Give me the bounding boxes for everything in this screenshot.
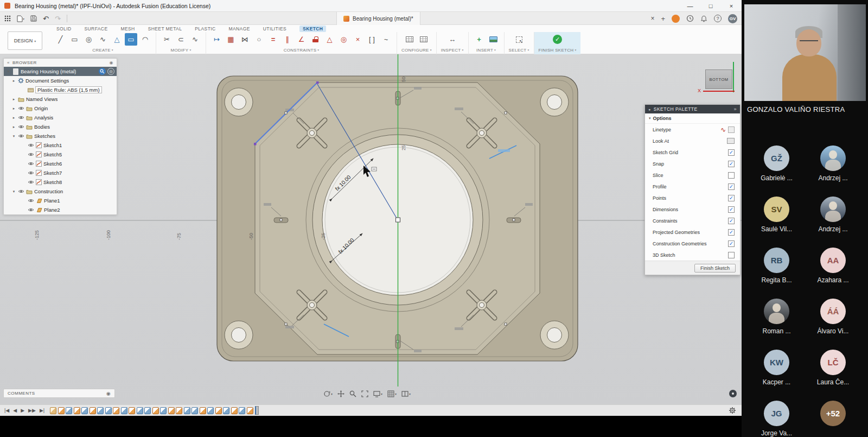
rectangle-tool[interactable]: ▭	[68, 33, 81, 46]
palette-row-snap[interactable]: Snap✓	[645, 158, 740, 169]
sketch-dimension-tool[interactable]: ↦	[210, 33, 223, 46]
visibility-eye-icon[interactable]	[28, 152, 34, 157]
sketch-palette-header[interactable]: ● SKETCH PALETTE »	[645, 105, 740, 113]
origin-point[interactable]	[396, 218, 400, 222]
3d-sketch-checkbox[interactable]	[728, 252, 735, 258]
close-button[interactable]: ×	[721, 0, 742, 12]
notifications-bell-icon[interactable]	[700, 15, 707, 22]
timeline-position-marker[interactable]	[255, 406, 259, 415]
timeline-feature-sketch-9[interactable]	[113, 407, 119, 414]
collinear-constraint[interactable]: ×	[352, 33, 364, 46]
browser-header[interactable]: « BROWSER ◉	[4, 59, 117, 67]
search-icon[interactable]	[99, 68, 106, 75]
minimize-button[interactable]: —	[680, 0, 700, 12]
palette-row-constraints[interactable]: Constraints✓	[645, 215, 740, 226]
timeline-feature-extrude-18[interactable]	[184, 407, 190, 414]
browser-item-sketches[interactable]: ▾Sketches	[4, 131, 117, 141]
measure-tool[interactable]: ↔	[446, 33, 458, 46]
canvas-image-button[interactable]	[487, 33, 500, 46]
orbit-button[interactable]: ▾	[323, 390, 333, 397]
visibility-eye-icon[interactable]	[28, 143, 34, 148]
palette-row-sketch-grid[interactable]: Sketch Grid✓	[645, 147, 740, 158]
palette-row-projected-geometries[interactable]: Projected Geometries✓	[645, 226, 740, 238]
palette-row-construction-geometries[interactable]: Construction Geometries✓	[645, 238, 740, 249]
ribbon-tab-sheet-metal[interactable]: SHEET METAL	[148, 26, 182, 31]
grid-snap-button[interactable]: ▾	[387, 390, 397, 397]
timeline-feature-sketch-22[interactable]	[215, 407, 222, 414]
timeline-feature-extrude-19[interactable]	[192, 407, 198, 414]
timeline-feature-extrude-13[interactable]	[144, 407, 151, 414]
speaker-video[interactable]	[744, 4, 866, 101]
browser-item-plastic-rule-abs-1-5-mm[interactable]: Plastic Rule: ABS (1,5 mm)	[4, 85, 117, 94]
timeline-feature-sketch-26[interactable]	[247, 407, 253, 414]
curvature-constraint[interactable]: ~	[380, 33, 392, 46]
browser-item-sketch7[interactable]: Sketch7	[4, 168, 117, 178]
browser-item-construction[interactable]: ▾Construction	[4, 187, 117, 196]
collapse-panel-icon[interactable]: «	[7, 60, 10, 65]
linetype-curve-icon[interactable]: ∿	[720, 126, 726, 134]
participant-tile[interactable]: AAAzahara ...	[805, 248, 861, 284]
play-button[interactable]: ▶	[21, 408, 24, 413]
points-checkbox[interactable]: ✓	[728, 195, 735, 201]
fix-constraint[interactable]	[309, 33, 322, 46]
undo-icon[interactable]: ↶	[43, 15, 49, 23]
timeline-feature-extrude-25[interactable]	[239, 407, 245, 414]
participant-tile[interactable]: ÁÁÁlvaro Vi...	[805, 299, 861, 335]
concentric-constraint[interactable]: ◎	[337, 33, 350, 46]
spline-tool[interactable]: ∿	[97, 33, 109, 46]
participant-tile[interactable]: SVSaulė Vil...	[749, 197, 805, 233]
participant-tile[interactable]: Andrzej ...	[805, 145, 861, 182]
fit-button[interactable]	[361, 390, 368, 397]
visibility-eye-icon[interactable]	[18, 189, 24, 194]
ribbon-tab-mesh[interactable]: MESH	[120, 26, 135, 31]
job-status-icon[interactable]	[672, 15, 680, 23]
palette-row-profile[interactable]: Profile✓	[645, 181, 740, 192]
close-tab-icon[interactable]: ×	[650, 15, 654, 22]
participant-tile[interactable]: KWKacper ...	[749, 350, 805, 386]
participant-tile[interactable]: Andrzej ...	[805, 197, 861, 233]
ribbon-group-label-constraints[interactable]: CONSTRAINTS ▾	[284, 47, 320, 53]
project-tool[interactable]: ∿	[189, 33, 201, 46]
visibility-eye-icon[interactable]	[28, 180, 34, 185]
timeline-feature-sketch-20[interactable]	[200, 407, 206, 414]
line-tool[interactable]: ╱	[54, 33, 67, 46]
target-icon[interactable]: ◎	[107, 68, 114, 75]
timeline-feature-extrude-23[interactable]	[223, 407, 229, 414]
participant-tile[interactable]: LČLaura Če...	[805, 350, 861, 386]
palette-row-points[interactable]: Points✓	[645, 192, 740, 204]
visibility-eye-icon[interactable]	[28, 170, 34, 175]
trim-tool[interactable]: ✂	[161, 33, 173, 46]
projected-geometries-checkbox[interactable]: ✓	[728, 229, 735, 236]
ribbon-group-label-select[interactable]: SELECT ▾	[509, 47, 529, 53]
save-icon[interactable]	[30, 15, 37, 22]
construction-geometries-checkbox[interactable]: ✓	[728, 240, 735, 247]
document-tab[interactable]: Bearing Housing (metal)*	[336, 12, 420, 25]
timeline-feature-plane-1[interactable]	[50, 407, 56, 414]
select-tool[interactable]	[513, 33, 525, 46]
finish-sketch-button[interactable]: ✓	[551, 33, 564, 46]
expand-arrow-icon[interactable]: ▸	[11, 97, 16, 102]
expand-arrow-icon[interactable]: ▸	[11, 106, 16, 111]
visibility-eye-icon[interactable]	[28, 198, 34, 203]
model-canvas[interactable]: fx 10.00 fx 10.00	[0, 54, 742, 404]
browser-item-plane2[interactable]: Plane2	[4, 205, 117, 214]
browser-item-named-views[interactable]: ▸Named Views	[4, 94, 117, 104]
participant-tile[interactable]: Roman ...	[749, 299, 805, 335]
linetype-page-icon[interactable]	[728, 126, 735, 133]
ribbon-group-label-inspect[interactable]: INSPECT ▾	[441, 47, 464, 53]
sketch-grid-checkbox[interactable]: ✓	[728, 149, 735, 156]
participant-tile[interactable]: GŽGabrielė ...	[749, 145, 805, 182]
new-tab-icon[interactable]: +	[661, 15, 665, 23]
mirror-tool[interactable]: ⋈	[239, 33, 251, 46]
timeline-feature-sketch-11[interactable]	[129, 407, 135, 414]
panel-options-icon[interactable]: ◉	[110, 60, 113, 65]
collapse-arrow-icon[interactable]: ▾	[11, 189, 16, 194]
timeline-feature-sketch-4[interactable]	[74, 407, 80, 414]
symmetry-constraint[interactable]: [ ]	[366, 33, 378, 46]
ribbon-tab-plastic[interactable]: PLASTIC	[195, 26, 215, 31]
timeline-feature-sketch-16[interactable]	[168, 407, 175, 414]
look-at-icon[interactable]	[727, 138, 735, 144]
ribbon-tab-utilities[interactable]: UTILITIES	[263, 26, 286, 31]
finish-sketch-palette-button[interactable]: Finish Sketch	[694, 264, 736, 273]
circle-tool[interactable]: ◎	[82, 33, 95, 46]
